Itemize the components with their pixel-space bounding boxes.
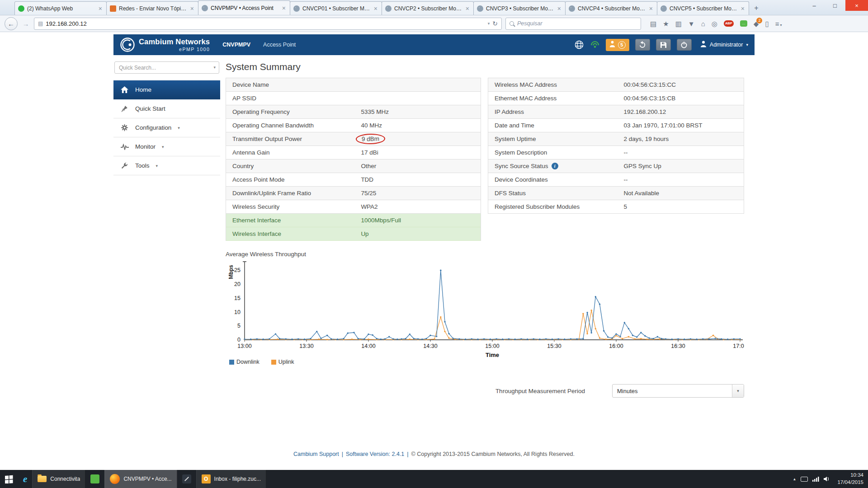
url-input[interactable] [46,20,485,27]
svg-text:0: 0 [237,337,241,343]
taskbar-item-outlook[interactable]: OInbox - filiphe.zuc... [196,470,266,488]
summary-label: System Uptime [488,136,623,142]
brand-name: Cambium Networks [139,38,210,46]
taskbar-item-folder[interactable]: Connectivita [32,470,85,488]
svg-text:14:00: 14:00 [361,343,375,349]
svg-text:13:00: 13:00 [237,343,251,349]
network-icon[interactable] [812,476,819,482]
close-button[interactable]: × [845,0,868,11]
globe-favicon-icon [477,5,483,12]
new-tab-button[interactable]: + [750,2,763,14]
start-icon [5,475,13,483]
taskbar-item-ie[interactable]: e [18,470,32,488]
measurement-period-select[interactable]: Minutes ▾ [612,384,744,398]
tab-close-icon[interactable]: × [465,5,470,12]
tray-date: 17/04/2015 [837,479,863,486]
main-content: System Summary Device NameAP SSIDOperati… [226,61,744,398]
sidebar-item-configuration[interactable]: Configuration▾ [113,118,220,137]
sidebar-item-monitor[interactable]: Monitor▾ [113,137,220,156]
maximize-button[interactable]: □ [825,0,845,11]
summary-row: Device Name [226,78,481,92]
tab-title: CNVCP5 • Subscriber Mod... [670,5,737,12]
taskbar-item-store[interactable] [85,470,104,488]
tray-expand-icon[interactable]: ▲ [793,477,797,481]
quick-search: ▾ [114,61,219,74]
footer-separator: | [342,451,343,457]
downloads-icon[interactable]: ▼ [688,20,695,27]
search-bar[interactable] [505,18,641,30]
adblock-icon[interactable]: ABP [724,20,734,27]
version-link[interactable]: Software Version: 2.4.1 [346,451,404,457]
select-caret-button[interactable]: ▾ [732,385,744,397]
svg-text:20: 20 [234,281,241,287]
forward-button[interactable]: → [21,20,30,28]
globe-favicon-icon [202,5,208,11]
refresh-icon[interactable]: ↻ [492,20,498,27]
browser-tab[interactable]: (2) WhatsApp Web× [14,1,107,15]
globe-favicon-icon [293,5,300,12]
summary-label: Device Name [226,81,361,88]
sidebar-item-home[interactable]: Home [113,80,220,99]
share-icon[interactable]: ◎ [712,20,717,27]
browser-tab[interactable]: CNVCP4 • Subscriber Mod...× [565,1,657,15]
volume-icon[interactable] [824,476,830,482]
summary-row: AP SSID [226,92,481,105]
browser-tab[interactable]: CNVCP5 • Subscriber Mod...× [657,1,749,15]
summary-row: Antenna Gain17 dBi [226,146,481,160]
back-button[interactable]: ← [5,17,18,30]
tab-close-icon[interactable]: × [281,5,287,12]
subscriber-count-button[interactable]: 5 [606,39,629,51]
search-icon [509,21,514,26]
chat-icon[interactable]: … [740,20,747,27]
tab-close-icon[interactable]: × [740,5,745,12]
forum-favicon-icon [110,5,116,12]
summary-label: Transmitter Output Power [226,136,361,142]
search-input[interactable] [517,20,637,27]
browser-tab[interactable]: CNVCP2 • Subscriber Mod...× [382,1,474,15]
start-button[interactable] [0,470,18,488]
summary-value: 00:04:56:C3:15:CC [623,81,744,88]
home-icon[interactable]: ⌂ [701,20,705,27]
summary-row: Access Point ModeTDD [226,173,481,187]
chevron-down-icon[interactable]: ▾ [213,65,216,70]
support-link[interactable]: Cambium Support [293,451,339,457]
device-mode: Access Point [263,42,296,48]
undo-button[interactable] [635,39,650,51]
summary-row: Operating Channel Bandwidth40 MHz [226,119,481,132]
page-icon: ▤ [38,20,43,27]
clipboard-icon[interactable]: ▤ [650,20,656,27]
info-icon[interactable]: i [552,163,558,169]
measurement-period-label: Throughput Measurement Period [495,388,585,394]
sidebar-item-tools[interactable]: Tools▾ [113,156,220,175]
summary-label: Registered Subscriber Modules [488,203,623,210]
tab-title: Redes - Enviar Novo Tópico [119,5,187,12]
keyboard-icon[interactable] [801,477,808,482]
summary-value: 00:04:56:C3:15:CB [623,95,744,102]
power-button[interactable] [677,39,692,51]
sidebar-item-quick-start[interactable]: Quick Start [113,99,220,118]
browser-tab[interactable]: CNVPMPV • Access Point× [198,0,290,15]
device-name[interactable]: CNVPMPV [222,42,250,48]
menu-icon[interactable]: ≡▾ [775,20,782,27]
minimize-button[interactable]: – [804,0,825,11]
tab-close-icon[interactable]: × [373,5,378,12]
taskbar-item-editor[interactable] [177,470,196,488]
quick-search-input[interactable] [114,61,219,74]
archive-icon[interactable]: ▯ [765,20,769,27]
tab-close-icon[interactable]: × [557,5,562,12]
browser-tab[interactable]: CNVCP3 • Subscriber Mod...× [473,1,566,15]
url-dropdown-icon[interactable]: ▾ [488,21,490,26]
save-button[interactable] [656,39,671,51]
browser-tab[interactable]: CNVCP01 • Subscriber Mo...× [290,1,382,15]
tab-close-icon[interactable]: × [98,5,103,12]
bookmark-star-icon[interactable]: ★ [663,20,669,27]
tray-clock[interactable]: 10:34 17/04/2015 [837,472,863,486]
browser-tab[interactable]: Redes - Enviar Novo Tópico× [106,1,198,15]
tab-close-icon[interactable]: × [189,5,195,12]
tab-close-icon[interactable]: × [648,5,654,12]
bookmarks-panel-icon[interactable]: ▥ [675,20,682,27]
url-bar[interactable]: ▤ ▾ ↻ [34,18,502,30]
user-menu[interactable]: Administrator ▾ [700,41,748,49]
taskbar-item-firefox[interactable]: CNVPMPV • Acce... [104,470,177,488]
extension-icon[interactable]: ◆2 [754,20,759,27]
